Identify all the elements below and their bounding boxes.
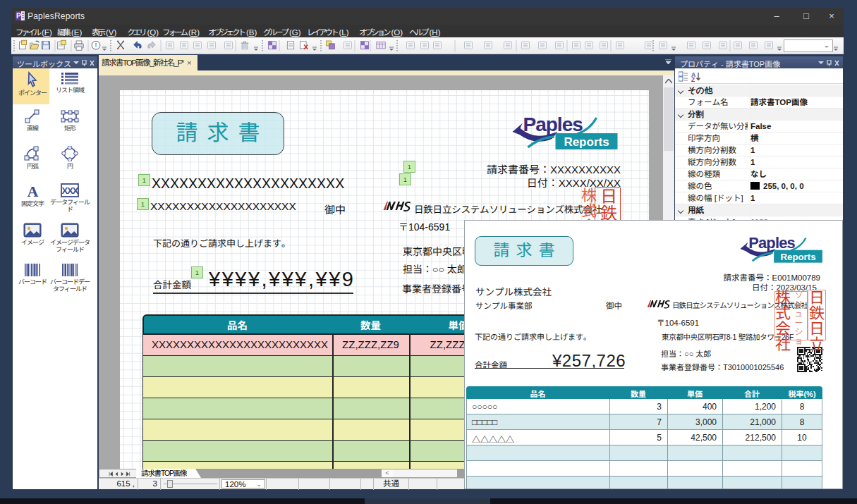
- svg-text:!: !: [95, 42, 97, 49]
- svg-text:P: P: [16, 12, 21, 20]
- svg-text:Reports: Reports: [780, 252, 815, 262]
- svg-text:XXX: XXX: [61, 185, 78, 196]
- svg-text:Paples: Paples: [748, 234, 795, 252]
- svg-text:Paples: Paples: [523, 113, 583, 135]
- svg-text:A: A: [28, 183, 39, 199]
- svg-text:Reports: Reports: [564, 135, 609, 149]
- svg-text:Z: Z: [691, 76, 695, 82]
